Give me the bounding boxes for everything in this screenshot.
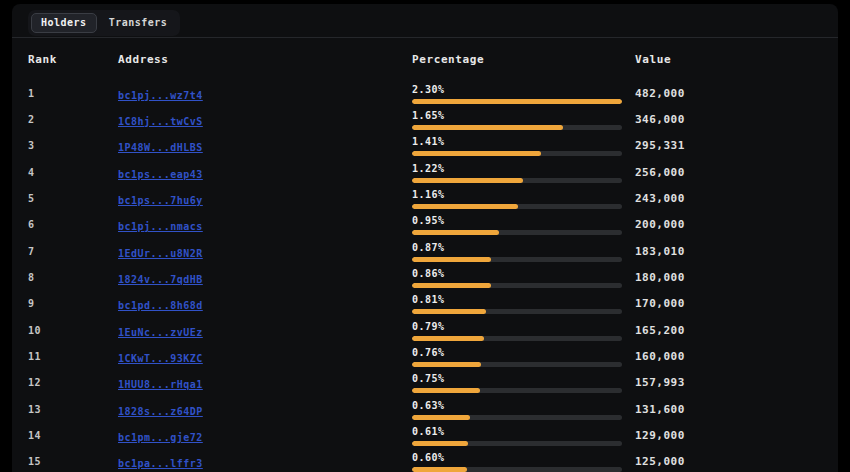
value-cell: 129,000 (635, 429, 838, 442)
address-cell: bc1pd...8h68d (118, 294, 412, 313)
address-link[interactable]: 1824v...7qdHB (118, 274, 203, 285)
address-link[interactable]: bc1pa...lffr3 (118, 458, 203, 469)
tab-holders[interactable]: Holders (31, 13, 97, 33)
percentage-cell: 2.30% (412, 83, 635, 104)
address-link[interactable]: 1828s...z64DP (118, 406, 203, 417)
rank-cell: 7 (28, 246, 118, 257)
value-cell: 180,000 (635, 271, 838, 284)
percentage-bar-track (412, 415, 622, 420)
percentage-bar-fill (412, 230, 499, 235)
rank-cell: 14 (28, 430, 118, 441)
table-row: 7 1EdUr...u8N2R 0.87% 183,010 (12, 238, 838, 264)
percentage-label: 0.87% (412, 243, 635, 253)
table-row: 11 1CKwT...93KZC 0.76% 160,000 (12, 343, 838, 369)
address-link[interactable]: 1C8hj...twCvS (118, 116, 203, 127)
percentage-bar-track (412, 204, 622, 209)
address-link[interactable]: bc1ps...7hu6y (118, 195, 203, 206)
value-cell: 183,010 (635, 245, 838, 258)
rank-cell: 15 (28, 456, 118, 467)
percentage-cell: 1.16% (412, 188, 635, 209)
percentage-bar-fill (412, 257, 491, 262)
address-cell: bc1ps...7hu6y (118, 189, 412, 208)
percentage-bar-track (412, 178, 622, 183)
address-link[interactable]: 1EdUr...u8N2R (118, 248, 203, 259)
value-cell: 243,000 (635, 192, 838, 205)
percentage-bar-track (412, 99, 622, 104)
percentage-cell: 1.22% (412, 162, 635, 183)
rank-cell: 3 (28, 140, 118, 151)
value-cell: 165,200 (635, 324, 838, 337)
percentage-bar-fill (412, 125, 563, 130)
table-header-row: Rank Address Percentage Value (12, 38, 838, 80)
address-cell: bc1ps...eap43 (118, 163, 412, 182)
rank-cell: 2 (28, 114, 118, 125)
percentage-cell: 0.95% (412, 214, 635, 235)
percentage-cell: 0.81% (412, 293, 635, 314)
value-cell: 295,331 (635, 139, 838, 152)
percentage-bar-fill (412, 283, 491, 288)
percentage-label: 1.41% (412, 137, 635, 147)
percentage-cell: 0.79% (412, 320, 635, 341)
address-cell: bc1pj...nmacs (118, 215, 412, 234)
percentage-bar-track (412, 125, 622, 130)
table-row: 3 1P48W...dHLBS 1.41% 295,331 (12, 133, 838, 159)
percentage-bar-fill (412, 178, 523, 183)
address-link[interactable]: bc1pj...nmacs (118, 221, 203, 232)
percentage-bar-track (412, 336, 622, 341)
address-cell: bc1pj...wz7t4 (118, 84, 412, 103)
percentage-bar-track (412, 257, 622, 262)
tab-bar: Holders Transfers (12, 4, 838, 38)
table-row: 2 1C8hj...twCvS 1.65% 346,000 (12, 106, 838, 132)
tab-group: Holders Transfers (28, 10, 180, 36)
address-cell: 1EuNc...zvUEz (118, 321, 412, 340)
rank-cell: 5 (28, 193, 118, 204)
percentage-label: 0.81% (412, 295, 635, 305)
tab-transfers[interactable]: Transfers (99, 13, 178, 33)
percentage-label: 1.65% (412, 111, 635, 121)
table-row: 14 bc1pm...gje72 0.61% 129,000 (12, 422, 838, 448)
percentage-label: 0.86% (412, 269, 635, 279)
table-row: 1 bc1pj...wz7t4 2.30% 482,000 (12, 80, 838, 106)
percentage-bar-track (412, 388, 622, 393)
percentage-bar-track (412, 309, 622, 314)
percentage-cell: 0.61% (412, 425, 635, 446)
address-link[interactable]: bc1ps...eap43 (118, 169, 203, 180)
percentage-bar-fill (412, 99, 622, 104)
percentage-cell: 0.75% (412, 372, 635, 393)
address-link[interactable]: 1EuNc...zvUEz (118, 327, 203, 338)
rank-cell: 13 (28, 404, 118, 415)
holders-card: Holders Transfers Rank Address Percentag… (12, 4, 838, 472)
address-link[interactable]: bc1pd...8h68d (118, 300, 203, 311)
address-link[interactable]: bc1pj...wz7t4 (118, 90, 203, 101)
rank-cell: 12 (28, 377, 118, 388)
address-link[interactable]: 1CKwT...93KZC (118, 353, 203, 364)
address-cell: 1828s...z64DP (118, 400, 412, 419)
address-cell: bc1pa...lffr3 (118, 452, 412, 471)
address-cell: 1P48W...dHLBS (118, 136, 412, 155)
address-link[interactable]: bc1pm...gje72 (118, 432, 203, 443)
rank-cell: 1 (28, 88, 118, 99)
address-cell: 1HUU8...rHqa1 (118, 373, 412, 392)
rank-cell: 11 (28, 351, 118, 362)
percentage-bar-fill (412, 204, 518, 209)
address-cell: 1CKwT...93KZC (118, 347, 412, 366)
address-link[interactable]: 1P48W...dHLBS (118, 142, 203, 153)
value-cell: 160,000 (635, 350, 838, 363)
address-link[interactable]: 1HUU8...rHqa1 (118, 379, 203, 390)
percentage-label: 1.22% (412, 164, 635, 174)
percentage-label: 0.79% (412, 322, 635, 332)
value-cell: 125,000 (635, 455, 838, 468)
rank-cell: 8 (28, 272, 118, 283)
percentage-cell: 0.87% (412, 241, 635, 262)
table-row: 4 bc1ps...eap43 1.22% 256,000 (12, 159, 838, 185)
percentage-bar-fill (412, 309, 486, 314)
value-cell: 170,000 (635, 297, 838, 310)
table-row: 15 bc1pa...lffr3 0.60% 125,000 (12, 449, 838, 472)
address-cell: bc1pm...gje72 (118, 426, 412, 445)
percentage-label: 0.75% (412, 374, 635, 384)
table-row: 8 1824v...7qdHB 0.86% 180,000 (12, 264, 838, 290)
percentage-bar-track (412, 467, 622, 472)
table-body: 1 bc1pj...wz7t4 2.30% 482,000 2 1C8hj...… (12, 80, 838, 472)
percentage-cell: 1.41% (412, 135, 635, 156)
address-cell: 1C8hj...twCvS (118, 110, 412, 129)
